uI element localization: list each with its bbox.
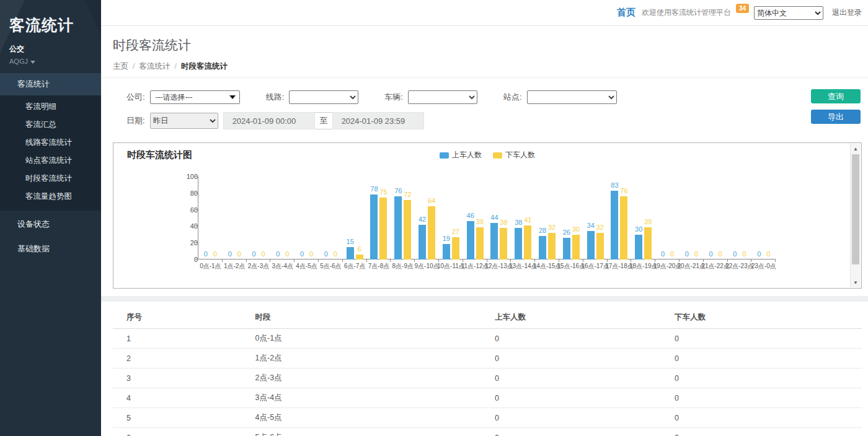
bar-value-label: 30 <box>572 225 580 233</box>
sidebar-section-0[interactable]: 客流统计 <box>0 73 101 95</box>
下车人数-bar[interactable] <box>379 198 387 260</box>
sidebar-item-5[interactable]: 客流量趋势图 <box>0 188 101 206</box>
sidebar-section-1[interactable]: 设备状态 <box>0 213 101 235</box>
sidebar-item-0[interactable]: 客流明细 <box>0 98 101 116</box>
上车人数-bar[interactable] <box>394 196 402 259</box>
下车人数-bar[interactable] <box>596 233 604 259</box>
sidebar-section-2[interactable]: 基础数据 <box>0 238 101 260</box>
上车人数-bar[interactable] <box>370 194 378 259</box>
line-select[interactable] <box>289 90 358 104</box>
bar-wrap: 76 <box>394 177 402 259</box>
table-row: 10点-1点00 <box>113 329 862 349</box>
breadcrumb-item-0[interactable]: 主页 <box>113 62 128 71</box>
date-preset-select[interactable]: 昨日 <box>150 113 218 129</box>
x-tick-mark <box>342 259 343 262</box>
date-start-input[interactable] <box>223 112 315 129</box>
sidebar-item-1[interactable]: 客流汇总 <box>0 116 101 134</box>
上车人数-bar[interactable] <box>490 223 498 259</box>
bar-wrap: 6 <box>356 177 363 259</box>
legend-item-0[interactable]: 上车人数 <box>440 150 482 160</box>
company-select[interactable]: ---请选择--- <box>150 90 240 104</box>
bar-value-label: 0 <box>204 250 208 258</box>
bar-value-label: 0 <box>213 250 217 258</box>
上车人数-bar[interactable] <box>443 244 450 259</box>
x-category-label: 6点-7点 <box>344 262 365 271</box>
上车人数-bar[interactable] <box>515 228 522 259</box>
legend-item-1[interactable]: 下车人数 <box>493 150 535 160</box>
date-end-input[interactable] <box>332 112 424 129</box>
下车人数-bar[interactable] <box>572 235 580 259</box>
上车人数-bar[interactable] <box>611 191 618 259</box>
sidebar-item-3[interactable]: 站点客流统计 <box>0 152 101 170</box>
bar-wrap: 38 <box>500 177 507 259</box>
table-cell: 5 <box>113 408 255 428</box>
下车人数-bar[interactable] <box>644 227 652 259</box>
bar-group: 0020点-21点 <box>680 177 704 259</box>
scroll-up-icon[interactable]: ▲ <box>851 144 861 154</box>
下车人数-bar[interactable] <box>356 255 363 259</box>
bar-wrap: 0 <box>693 177 700 259</box>
bar-wrap: 0 <box>308 177 315 259</box>
export-button[interactable]: 导出 <box>811 110 861 124</box>
notification-badge[interactable]: 34 <box>736 4 749 13</box>
breadcrumb-item-1[interactable]: 客流统计 <box>139 62 170 71</box>
下车人数-bar[interactable] <box>548 233 556 259</box>
上车人数-bar[interactable] <box>635 235 642 259</box>
x-tick-mark <box>318 259 319 262</box>
下车人数-bar[interactable] <box>404 200 411 259</box>
bar-wrap: 27 <box>452 177 459 259</box>
bar-value-label: 0 <box>228 250 232 258</box>
bar-group: 002点-3点 <box>247 177 271 259</box>
bar-wrap: 0 <box>250 177 257 259</box>
下车人数-bar[interactable] <box>524 225 531 259</box>
bar-wrap: 42 <box>418 177 426 259</box>
home-link[interactable]: 首页 <box>617 7 636 19</box>
language-select[interactable]: 简体中文 <box>754 6 823 20</box>
column-header-3: 上车人数 <box>495 302 675 329</box>
station-select[interactable] <box>527 90 617 104</box>
bar-wrap: 0 <box>717 177 724 259</box>
x-tick-mark <box>270 259 270 262</box>
下车人数-bar[interactable] <box>620 196 627 259</box>
bar-wrap: 0 <box>236 177 243 259</box>
上车人数-bar[interactable] <box>347 247 354 259</box>
sidebar-item-2[interactable]: 线路客流统计 <box>0 134 101 152</box>
下车人数-bar[interactable] <box>428 206 435 259</box>
vehicle-select[interactable] <box>408 90 477 104</box>
bar-group: 001点-2点 <box>223 177 247 259</box>
下车人数-bar[interactable] <box>476 227 484 259</box>
bar-wrap: 0 <box>731 177 738 259</box>
x-category-label: 4点-5点 <box>296 262 317 271</box>
sidebar-item-4[interactable]: 时段客流统计 <box>0 170 101 188</box>
bar-wrap: 0 <box>668 177 676 259</box>
chart-scrollbar[interactable]: ▲ ▼ <box>850 144 861 287</box>
sidebar-nav: 客流统计客流明细客流汇总线路客流统计站点客流统计时段客流统计客流量趋势图设备状态… <box>0 73 101 260</box>
scroll-down-icon[interactable]: ▼ <box>851 277 861 287</box>
bar-wrap: 30 <box>572 177 580 259</box>
bar-group: 837617点-18点 <box>608 177 632 259</box>
上车人数-bar[interactable] <box>563 238 570 259</box>
上车人数-bar[interactable] <box>587 231 595 259</box>
bar-group: 42649点-10点 <box>415 177 439 259</box>
brand-block: 客流统计 公交 AQGJ <box>0 0 101 73</box>
query-button[interactable]: 查询 <box>811 89 861 103</box>
station-label: 站点: <box>503 92 522 103</box>
下车人数-bar[interactable] <box>500 228 507 259</box>
org-code-dropdown[interactable]: AQGJ <box>9 58 101 65</box>
y-tick-label: 0 <box>177 256 198 263</box>
logout-link[interactable]: 退出登录 <box>832 7 862 18</box>
y-tick-mark <box>195 242 198 243</box>
bar-value-label: 0 <box>709 250 713 258</box>
bar-value-label: 0 <box>300 250 304 258</box>
y-tick-mark <box>195 225 198 226</box>
x-category-label: 0点-1点 <box>200 262 221 271</box>
scrollbar-thumb[interactable] <box>852 154 859 264</box>
date-label: 日期: <box>126 115 145 126</box>
上车人数-bar[interactable] <box>539 236 546 259</box>
上车人数-bar[interactable] <box>418 225 426 259</box>
chart-card: 时段车流统计图 上车人数下车人数 000点-1点001点-2点002点-3点00… <box>113 142 862 289</box>
上车人数-bar[interactable] <box>467 221 474 259</box>
下车人数-bar[interactable] <box>452 237 459 259</box>
x-tick-mark <box>390 259 391 262</box>
bar-wrap: 32 <box>548 177 556 259</box>
